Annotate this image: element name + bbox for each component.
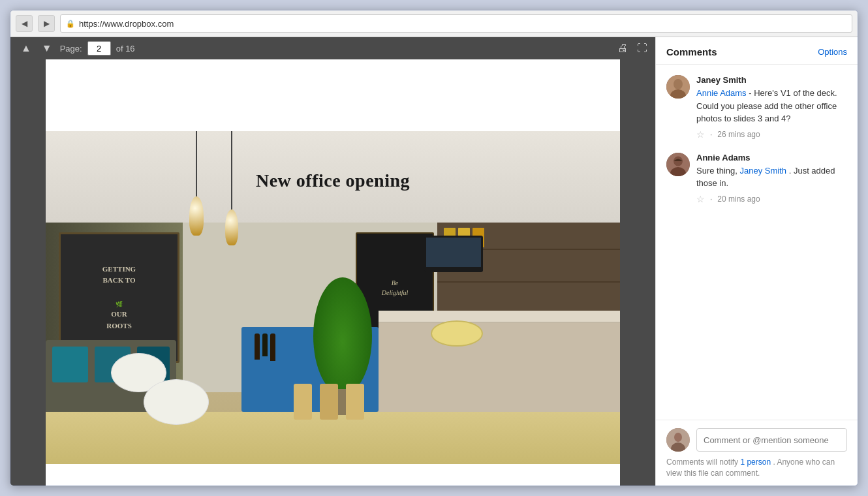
slide-title: New office opening [256,170,410,191]
floor [46,412,620,464]
comment-2-text: Sure thing, Janey Smith . Just added tho… [696,164,847,190]
svg-point-7 [674,433,682,442]
comments-list: Janey Smith Annie Adams - Here's V1 of t… [656,65,858,420]
comment-item-2: Annie Adams Sure thing, Janey Smith . Ju… [666,153,847,204]
avatar-current-user [666,428,690,452]
avatar-annie [666,153,690,176]
pdf-viewer: ▲ ▼ Page: of 16 🖨 ⛶ [10,37,655,486]
comment-2-star[interactable]: ☆ [696,194,705,204]
comment-1-star[interactable]: ☆ [696,129,705,140]
comment-1-time: 26 mins ago [717,130,760,139]
comment-input-field[interactable] [696,428,847,452]
chalkboard-text: GETTING BACK TO 🌿 OUR ROOTS [102,264,136,332]
comments-header: Comments Options [656,37,858,65]
comment-1-dot: · [710,130,712,139]
white-table-2 [144,379,209,425]
comment-2-time: 20 mins ago [717,194,760,204]
pdf-slide-image: GETTING BACK TO 🌿 OUR ROOTS B [46,131,620,464]
page-number-input[interactable] [87,41,111,55]
back-button[interactable]: ◀ [16,15,33,32]
page-label: Page: [60,44,82,54]
pendant-light-2 [225,131,238,245]
url-text: https://www.dropbox.com [79,19,174,29]
comment-hint: Comments will notify 1 person . Anyone w… [666,457,847,479]
comment-hint-text: Comments will notify [666,457,740,467]
page-down-button[interactable]: ▼ [39,41,55,55]
pdf-page: GETTING BACK TO 🌿 OUR ROOTS B [46,59,620,486]
comment-1-link[interactable]: Annie Adams [696,88,747,98]
comment-2-body: Annie Adams Sure thing, Janey Smith . Ju… [696,153,847,204]
pdf-page-container[interactable]: GETTING BACK TO 🌿 OUR ROOTS B [10,59,655,486]
counter [379,311,620,412]
chairs [294,384,364,420]
comment-1-author: Janey Smith [696,75,847,85]
browser-window: ◀ ▶ 🔒 https://www.dropbox.com ▲ ▼ Page: … [10,10,858,486]
comments-options-button[interactable]: Options [818,47,847,57]
comment-2-prefix: Sure thing, [696,166,740,176]
comment-2-link[interactable]: Janey Smith [740,166,787,176]
comments-panel: Comments Options Janey Smith [655,37,858,486]
comment-input-row [666,428,847,452]
comment-1-text: Annie Adams - Here's V1 of the deck. Cou… [696,87,847,125]
comment-1-meta: ☆ · 26 mins ago [696,129,847,140]
address-bar[interactable]: 🔒 https://www.dropbox.com [60,14,852,33]
page-total: of 16 [116,44,135,54]
fullscreen-button[interactable]: ⛶ [637,42,647,54]
pdf-page-top [46,59,620,131]
comment-input-area: Comments will notify 1 person . Anyone w… [656,420,858,486]
browser-toolbar: ◀ ▶ 🔒 https://www.dropbox.com [10,10,858,37]
pdf-right-icons: 🖨 ⛶ [617,42,647,54]
office-scene: GETTING BACK TO 🌿 OUR ROOTS B [46,131,620,464]
pdf-toolbar: ▲ ▼ Page: of 16 🖨 ⛶ [10,37,655,59]
pdf-page-bottom [46,464,620,486]
comment-2-meta: ☆ · 20 mins ago [696,194,847,204]
comment-item: Janey Smith Annie Adams - Here's V1 of t… [666,75,847,140]
print-button[interactable]: 🖨 [617,42,628,54]
svg-point-1 [674,79,683,89]
comment-2-author: Annie Adams [696,153,847,163]
tv [424,236,483,272]
comment-2-dot: · [710,194,712,204]
comment-hint-link[interactable]: 1 person [740,457,771,467]
comment-1-body: Janey Smith Annie Adams - Here's V1 of t… [696,75,847,140]
forward-button[interactable]: ▶ [38,15,55,32]
browser-content: ▲ ▼ Page: of 16 🖨 ⛶ [10,37,858,486]
lock-icon: 🔒 [66,20,75,28]
pendant-light-1 [189,131,204,236]
avatar-janey [666,75,690,99]
page-up-button[interactable]: ▲ [18,41,34,55]
comments-panel-title: Comments [666,46,717,57]
